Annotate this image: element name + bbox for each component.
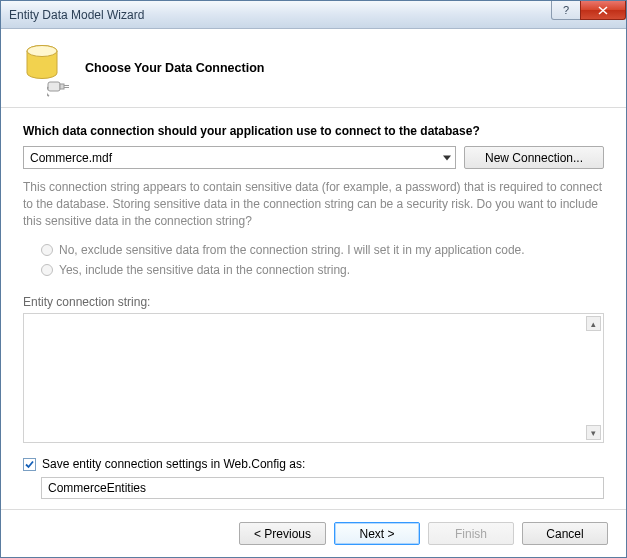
wizard-window: Entity Data Model Wizard ? (0, 0, 627, 558)
save-settings-label: Save entity connection settings in Web.C… (42, 457, 305, 471)
svg-rect-2 (48, 82, 60, 91)
save-settings-checkbox[interactable] (23, 458, 36, 471)
connection-dropdown-value: Commerce.mdf (30, 151, 112, 165)
radio-include-sensitive: Yes, include the sensitive data in the c… (41, 263, 604, 277)
help-icon: ? (563, 4, 569, 16)
entity-connection-string-box[interactable]: ▴ ▾ (23, 313, 604, 443)
wizard-content: Which data connection should your applic… (1, 108, 626, 509)
new-connection-button[interactable]: New Connection... (464, 146, 604, 169)
titlebar: Entity Data Model Wizard ? (1, 1, 626, 29)
help-button[interactable]: ? (551, 1, 581, 20)
entity-connection-string-label: Entity connection string: (23, 295, 604, 309)
radio-exclude-sensitive: No, exclude sensitive data from the conn… (41, 243, 604, 257)
sensitive-data-warning: This connection string appears to contai… (23, 179, 604, 229)
finish-button: Finish (428, 522, 514, 545)
window-title: Entity Data Model Wizard (9, 8, 552, 22)
next-button[interactable]: Next > (334, 522, 420, 545)
wizard-header: Choose Your Data Connection (1, 29, 626, 108)
chevron-up-icon: ▴ (591, 319, 596, 329)
close-icon (598, 6, 608, 15)
radio-icon (41, 244, 53, 256)
svg-point-1 (27, 46, 57, 57)
check-icon (24, 459, 35, 470)
chevron-down-icon (443, 155, 451, 160)
sensitive-data-radio-group: No, exclude sensitive data from the conn… (23, 237, 604, 283)
cancel-button[interactable]: Cancel (522, 522, 608, 545)
step-title: Choose Your Data Connection (85, 61, 264, 75)
close-button[interactable] (580, 1, 626, 20)
wizard-footer: < Previous Next > Finish Cancel (1, 509, 626, 557)
connection-row: Commerce.mdf New Connection... (23, 146, 604, 169)
previous-button[interactable]: < Previous (239, 522, 326, 545)
radio-include-label: Yes, include the sensitive data in the c… (59, 263, 350, 277)
config-name-input[interactable] (41, 477, 604, 499)
save-settings-row: Save entity connection settings in Web.C… (23, 457, 604, 471)
scroll-down-button[interactable]: ▾ (586, 425, 601, 440)
radio-exclude-label: No, exclude sensitive data from the conn… (59, 243, 525, 257)
database-connection-icon (23, 43, 67, 93)
chevron-down-icon: ▾ (591, 428, 596, 438)
radio-icon (41, 264, 53, 276)
svg-rect-3 (60, 84, 64, 89)
scroll-up-button[interactable]: ▴ (586, 316, 601, 331)
titlebar-controls: ? (552, 1, 626, 28)
connection-question: Which data connection should your applic… (23, 124, 604, 138)
connection-dropdown[interactable]: Commerce.mdf (23, 146, 456, 169)
